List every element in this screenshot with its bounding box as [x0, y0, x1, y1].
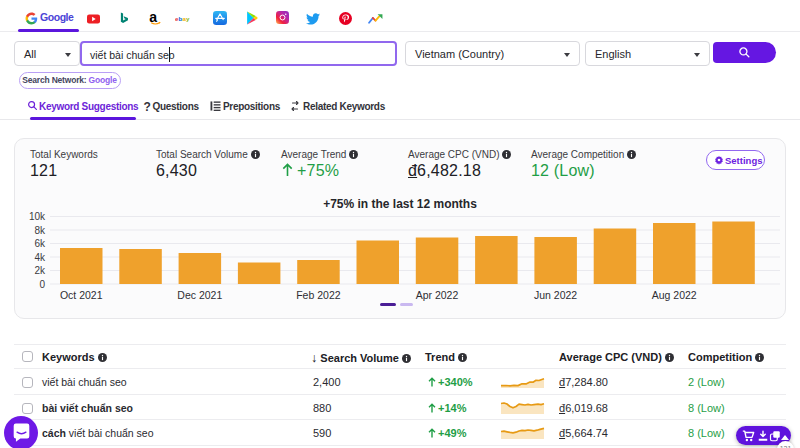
- svg-text:Jun 2022: Jun 2022: [534, 289, 577, 301]
- svg-text:2k: 2k: [34, 265, 46, 276]
- svg-text:8k: 8k: [34, 225, 46, 236]
- svg-text:a: a: [149, 12, 157, 25]
- svg-text:4k: 4k: [34, 252, 46, 263]
- svg-text:0: 0: [39, 279, 45, 290]
- svg-text:Oct 2021: Oct 2021: [60, 289, 103, 301]
- svg-text:b: b: [179, 15, 183, 22]
- svg-text:Feb 2022: Feb 2022: [296, 289, 341, 301]
- svg-text:6k: 6k: [34, 238, 46, 249]
- svg-text:y: y: [186, 15, 190, 22]
- svg-text:Aug 2022: Aug 2022: [652, 289, 697, 301]
- svg-text:Apr 2022: Apr 2022: [416, 289, 459, 301]
- svg-text:10k: 10k: [29, 211, 46, 222]
- svg-text:Dec 2021: Dec 2021: [177, 289, 222, 301]
